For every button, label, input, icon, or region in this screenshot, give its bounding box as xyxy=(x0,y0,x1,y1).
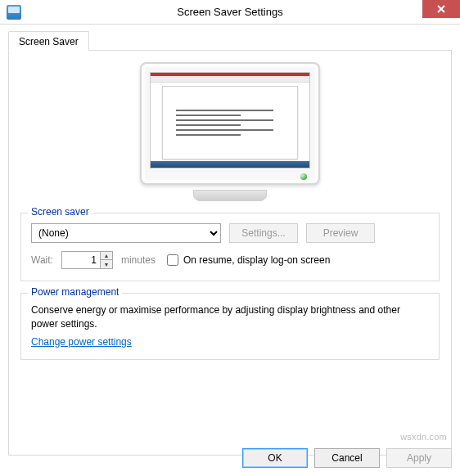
monitor-led-icon xyxy=(300,173,307,180)
apply-button[interactable]: Apply xyxy=(386,448,452,468)
wait-input[interactable] xyxy=(61,251,101,269)
screen-saver-group: Screen saver (None) Settings... Preview … xyxy=(20,213,440,281)
resume-checkbox[interactable] xyxy=(167,254,178,266)
settings-button-label: Settings... xyxy=(241,227,285,239)
resume-checkbox-wrap[interactable]: On resume, display log-on screen xyxy=(167,254,330,266)
preview-button[interactable]: Preview xyxy=(306,223,375,243)
power-description: Conserve energy or maximise performance … xyxy=(31,303,429,331)
ok-button[interactable]: OK xyxy=(242,448,308,468)
monitor-bezel xyxy=(140,62,320,185)
tab-label: Screen Saver xyxy=(19,36,79,47)
cancel-button[interactable]: Cancel xyxy=(314,448,380,468)
screen-saver-legend: Screen saver xyxy=(28,206,92,218)
ok-button-label: OK xyxy=(268,452,282,464)
monitor-stand xyxy=(193,190,267,201)
settings-button[interactable]: Settings... xyxy=(229,223,298,243)
change-power-settings-label: Change power settings xyxy=(31,336,132,348)
monitor-preview xyxy=(140,62,320,201)
power-management-group: Power management Conserve energy or maxi… xyxy=(20,293,440,360)
power-legend: Power management xyxy=(28,286,122,298)
wait-spinner-down[interactable]: ▼ xyxy=(100,260,113,269)
monitor-screen xyxy=(150,72,310,168)
window-title: Screen Saver Settings xyxy=(0,6,460,18)
tab-screen-saver[interactable]: Screen Saver xyxy=(8,31,89,51)
wait-label: Wait: xyxy=(31,254,53,266)
title-bar: Screen Saver Settings xyxy=(0,0,460,25)
change-power-settings-link[interactable]: Change power settings xyxy=(31,336,132,348)
tab-panel: Screen saver (None) Settings... Preview … xyxy=(8,50,452,456)
wait-spinner-up[interactable]: ▲ xyxy=(100,251,113,260)
preview-button-label: Preview xyxy=(323,227,359,239)
tab-strip: Screen Saver xyxy=(8,31,452,51)
screen-saver-dropdown[interactable]: (None) xyxy=(31,223,221,243)
resume-checkbox-label: On resume, display log-on screen xyxy=(183,254,330,266)
close-icon xyxy=(437,5,445,13)
preview-area xyxy=(20,62,440,201)
dialog-buttons: OK Cancel Apply xyxy=(242,448,452,468)
wait-spinner: ▲ ▼ xyxy=(61,251,113,269)
wait-unit: minutes xyxy=(121,254,156,266)
app-icon xyxy=(7,5,21,20)
close-button[interactable] xyxy=(422,0,460,18)
apply-button-label: Apply xyxy=(407,452,431,464)
cancel-button-label: Cancel xyxy=(331,452,362,464)
